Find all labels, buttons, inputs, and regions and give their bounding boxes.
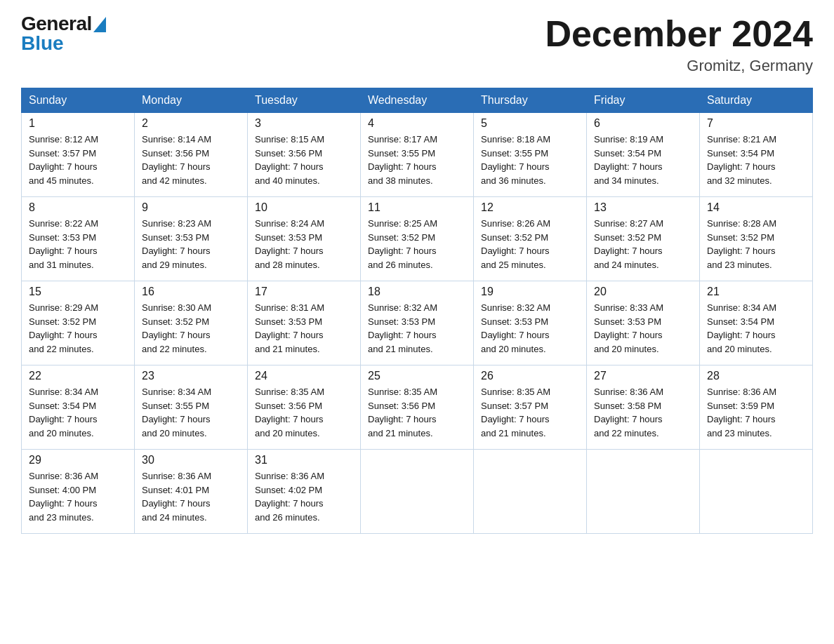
table-row: 17Sunrise: 8:31 AMSunset: 3:53 PMDayligh… [248,281,361,365]
day-info: Sunrise: 8:21 AMSunset: 3:54 PMDaylight:… [707,133,805,187]
day-number: 14 [707,201,805,214]
day-number: 8 [29,201,127,214]
day-info: Sunrise: 8:35 AMSunset: 3:57 PMDaylight:… [481,385,579,440]
calendar-week-row: 8Sunrise: 8:22 AMSunset: 3:53 PMDaylight… [22,197,813,281]
svg-marker-0 [93,17,106,32]
table-row [474,450,587,534]
day-info: Sunrise: 8:36 AMSunset: 4:01 PMDaylight:… [142,469,240,524]
day-info: Sunrise: 8:29 AMSunset: 3:52 PMDaylight:… [29,301,127,356]
day-info: Sunrise: 8:34 AMSunset: 3:55 PMDaylight:… [142,385,240,440]
table-row: 3Sunrise: 8:15 AMSunset: 3:56 PMDaylight… [248,113,361,197]
day-info: Sunrise: 8:32 AMSunset: 3:53 PMDaylight:… [368,301,466,356]
col-tuesday: Tuesday [248,88,361,113]
table-row: 22Sunrise: 8:34 AMSunset: 3:54 PMDayligh… [22,365,135,450]
table-row: 11Sunrise: 8:25 AMSunset: 3:52 PMDayligh… [361,197,474,281]
page-title: December 2024 [545,14,813,54]
day-info: Sunrise: 8:36 AMSunset: 4:00 PMDaylight:… [29,469,127,524]
day-info: Sunrise: 8:36 AMSunset: 4:02 PMDaylight:… [255,469,353,524]
table-row: 31Sunrise: 8:36 AMSunset: 4:02 PMDayligh… [248,450,361,534]
col-thursday: Thursday [474,88,587,113]
day-number: 21 [707,286,805,298]
col-wednesday: Wednesday [361,88,474,113]
table-row [700,450,813,534]
table-row: 1Sunrise: 8:12 AMSunset: 3:57 PMDaylight… [22,113,135,197]
day-number: 30 [142,454,240,467]
day-number: 24 [255,370,353,382]
day-info: Sunrise: 8:35 AMSunset: 3:56 PMDaylight:… [255,385,353,440]
day-info: Sunrise: 8:19 AMSunset: 3:54 PMDaylight:… [594,133,692,187]
logo: General Blue [21,14,106,53]
day-info: Sunrise: 8:27 AMSunset: 3:52 PMDaylight:… [594,217,692,271]
table-row: 2Sunrise: 8:14 AMSunset: 3:56 PMDaylight… [135,113,248,197]
col-monday: Monday [135,88,248,113]
table-row: 15Sunrise: 8:29 AMSunset: 3:52 PMDayligh… [22,281,135,365]
day-number: 11 [368,201,466,214]
day-number: 18 [368,286,466,298]
calendar-week-row: 22Sunrise: 8:34 AMSunset: 3:54 PMDayligh… [22,365,813,450]
day-number: 25 [368,370,466,382]
day-info: Sunrise: 8:18 AMSunset: 3:55 PMDaylight:… [481,133,579,187]
table-row: 30Sunrise: 8:36 AMSunset: 4:01 PMDayligh… [135,450,248,534]
day-number: 22 [29,370,127,382]
day-number: 13 [594,201,692,214]
day-number: 17 [255,286,353,298]
day-info: Sunrise: 8:22 AMSunset: 3:53 PMDaylight:… [29,217,127,271]
calendar-week-row: 15Sunrise: 8:29 AMSunset: 3:52 PMDayligh… [22,281,813,365]
day-info: Sunrise: 8:32 AMSunset: 3:53 PMDaylight:… [481,301,579,356]
table-row: 6Sunrise: 8:19 AMSunset: 3:54 PMDaylight… [587,113,700,197]
table-row: 21Sunrise: 8:34 AMSunset: 3:54 PMDayligh… [700,281,813,365]
table-row: 29Sunrise: 8:36 AMSunset: 4:00 PMDayligh… [22,450,135,534]
day-number: 15 [29,286,127,298]
day-number: 26 [481,370,579,382]
day-info: Sunrise: 8:14 AMSunset: 3:56 PMDaylight:… [142,133,240,187]
day-info: Sunrise: 8:28 AMSunset: 3:52 PMDaylight:… [707,217,805,271]
day-info: Sunrise: 8:34 AMSunset: 3:54 PMDaylight:… [29,385,127,440]
day-number: 5 [481,117,579,130]
day-number: 4 [368,117,466,130]
day-number: 2 [142,117,240,130]
table-row: 18Sunrise: 8:32 AMSunset: 3:53 PMDayligh… [361,281,474,365]
table-row: 7Sunrise: 8:21 AMSunset: 3:54 PMDaylight… [700,113,813,197]
day-number: 23 [142,370,240,382]
day-number: 12 [481,201,579,214]
calendar-header-row: Sunday Monday Tuesday Wednesday Thursday… [22,88,813,113]
day-info: Sunrise: 8:36 AMSunset: 3:59 PMDaylight:… [707,385,805,440]
page-header: General Blue December 2024 Gromitz, Germ… [21,14,813,75]
logo-triangle-icon [93,17,106,32]
col-sunday: Sunday [22,88,135,113]
table-row: 16Sunrise: 8:30 AMSunset: 3:52 PMDayligh… [135,281,248,365]
col-saturday: Saturday [700,88,813,113]
day-info: Sunrise: 8:25 AMSunset: 3:52 PMDaylight:… [368,217,466,271]
day-info: Sunrise: 8:31 AMSunset: 3:53 PMDaylight:… [255,301,353,356]
day-number: 9 [142,201,240,214]
day-number: 31 [255,454,353,467]
day-number: 1 [29,117,127,130]
table-row: 8Sunrise: 8:22 AMSunset: 3:53 PMDaylight… [22,197,135,281]
day-info: Sunrise: 8:35 AMSunset: 3:56 PMDaylight:… [368,385,466,440]
day-number: 7 [707,117,805,130]
day-info: Sunrise: 8:24 AMSunset: 3:53 PMDaylight:… [255,217,353,271]
table-row: 26Sunrise: 8:35 AMSunset: 3:57 PMDayligh… [474,365,587,450]
day-number: 20 [594,286,692,298]
day-number: 10 [255,201,353,214]
day-info: Sunrise: 8:30 AMSunset: 3:52 PMDaylight:… [142,301,240,356]
day-info: Sunrise: 8:34 AMSunset: 3:54 PMDaylight:… [707,301,805,356]
day-info: Sunrise: 8:33 AMSunset: 3:53 PMDaylight:… [594,301,692,356]
table-row: 9Sunrise: 8:23 AMSunset: 3:53 PMDaylight… [135,197,248,281]
table-row: 12Sunrise: 8:26 AMSunset: 3:52 PMDayligh… [474,197,587,281]
day-number: 16 [142,286,240,298]
day-info: Sunrise: 8:12 AMSunset: 3:57 PMDaylight:… [29,133,127,187]
calendar-week-row: 29Sunrise: 8:36 AMSunset: 4:00 PMDayligh… [22,450,813,534]
table-row: 13Sunrise: 8:27 AMSunset: 3:52 PMDayligh… [587,197,700,281]
table-row: 24Sunrise: 8:35 AMSunset: 3:56 PMDayligh… [248,365,361,450]
table-row: 5Sunrise: 8:18 AMSunset: 3:55 PMDaylight… [474,113,587,197]
table-row: 28Sunrise: 8:36 AMSunset: 3:59 PMDayligh… [700,365,813,450]
calendar-table: Sunday Monday Tuesday Wednesday Thursday… [21,88,813,534]
day-info: Sunrise: 8:17 AMSunset: 3:55 PMDaylight:… [368,133,466,187]
table-row: 19Sunrise: 8:32 AMSunset: 3:53 PMDayligh… [474,281,587,365]
table-row: 4Sunrise: 8:17 AMSunset: 3:55 PMDaylight… [361,113,474,197]
day-info: Sunrise: 8:23 AMSunset: 3:53 PMDaylight:… [142,217,240,271]
day-info: Sunrise: 8:26 AMSunset: 3:52 PMDaylight:… [481,217,579,271]
calendar-week-row: 1Sunrise: 8:12 AMSunset: 3:57 PMDaylight… [22,113,813,197]
day-number: 19 [481,286,579,298]
